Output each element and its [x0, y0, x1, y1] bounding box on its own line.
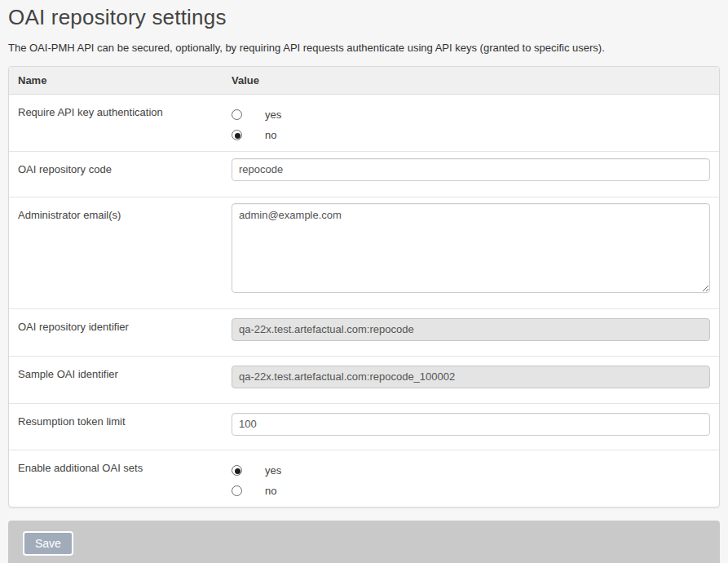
require-api-key-option-yes[interactable]: yes	[232, 104, 710, 125]
setting-label-resumption-token: Resumption token limit	[9, 403, 223, 450]
save-button[interactable]: Save	[23, 531, 73, 556]
table-row-sample-identifier: Sample OAI identifier	[9, 356, 719, 403]
additional-oai-sets-option-no[interactable]: no	[232, 481, 710, 501]
radio-icon[interactable]	[232, 130, 242, 140]
administrator-emails-textarea[interactable]: admin@example.com	[232, 203, 710, 293]
radio-option-label: yes	[265, 109, 281, 121]
page-title: OAI repository settings	[8, 5, 720, 30]
oai-repository-code-input[interactable]	[232, 158, 710, 181]
oai-repository-identifier-input	[232, 318, 710, 341]
column-header-value: Value	[223, 67, 719, 94]
table-row-admin-emails: Administrator email(s) admin@example.com	[9, 197, 719, 308]
additional-oai-sets-option-yes[interactable]: yes	[232, 460, 710, 481]
oai-settings-page: OAI repository settings The OAI-PMH API …	[0, 0, 728, 563]
setting-label-repository-identifier: OAI repository identifier	[9, 308, 223, 356]
setting-label-sample-identifier: Sample OAI identifier	[9, 356, 223, 403]
radio-icon[interactable]	[232, 465, 242, 476]
table-row-additional-oai-sets: Enable additional OAI sets yes no	[9, 450, 719, 507]
column-header-name: Name	[9, 67, 223, 94]
radio-icon[interactable]	[232, 109, 242, 120]
setting-label-admin-emails: Administrator email(s)	[9, 197, 223, 308]
radio-option-label: no	[265, 129, 276, 141]
table-row-repository-code: OAI repository code	[9, 151, 719, 197]
radio-option-label: no	[265, 485, 276, 497]
table-row-resumption-token: Resumption token limit	[9, 403, 719, 450]
sample-oai-identifier-input	[232, 366, 710, 388]
table-row-require-api-key: Require API key authentication yes no	[9, 94, 719, 151]
setting-label-require-api-key: Require API key authentication	[9, 94, 223, 151]
setting-label-additional-oai-sets: Enable additional OAI sets	[9, 450, 223, 507]
radio-icon[interactable]	[232, 485, 242, 496]
table-row-repository-identifier: OAI repository identifier	[9, 308, 719, 356]
resumption-token-limit-input[interactable]	[232, 413, 710, 436]
settings-table: Name Value Require API key authenticatio…	[8, 66, 720, 508]
radio-option-label: yes	[265, 464, 281, 477]
require-api-key-option-no[interactable]: no	[232, 125, 710, 145]
setting-label-repository-code: OAI repository code	[9, 151, 223, 197]
page-description: The OAI-PMH API can be secured, optional…	[8, 42, 720, 54]
table-header-row: Name Value	[9, 67, 719, 94]
actions-bar: Save	[8, 521, 720, 563]
